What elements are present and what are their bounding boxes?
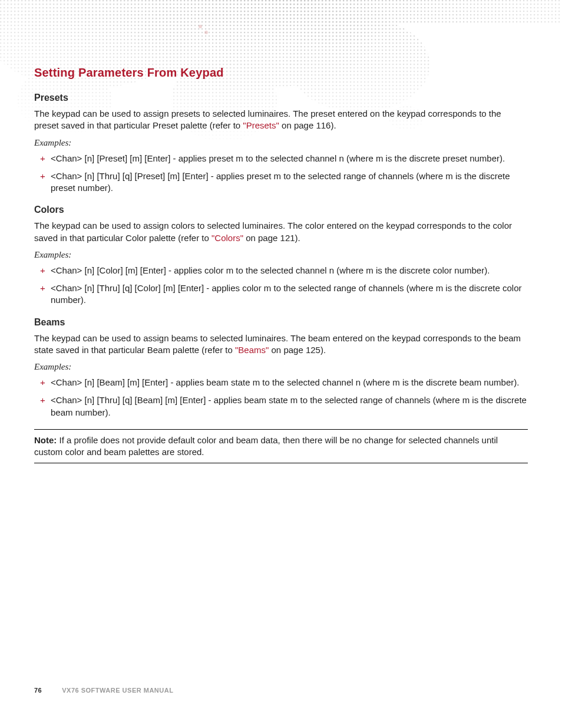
- section-intro: The keypad can be used to assign presets…: [34, 108, 528, 132]
- page-content: Setting Parameters From Keypad Presets T…: [34, 0, 528, 463]
- list-item: <Chan> [n] [Preset] [m] [Enter] - applie…: [51, 153, 528, 164]
- example-list: <Chan> [n] [Color] [m] [Enter] - applies…: [34, 265, 528, 307]
- section-intro: The keypad can be used to assign colors …: [34, 220, 528, 244]
- note-box: Note: If a profile does not provide defa…: [34, 429, 528, 464]
- cross-reference-link[interactable]: "Beams": [235, 345, 269, 355]
- section-intro: The keypad can be used to assign beams t…: [34, 332, 528, 357]
- cross-reference-link[interactable]: "Presets": [243, 120, 279, 130]
- cross-reference-link[interactable]: "Colors": [211, 233, 243, 243]
- section-title: Beams: [34, 317, 528, 328]
- list-item: <Chan> [n] [Thru] [q] [Beam] [m] [Enter]…: [51, 394, 528, 419]
- example-list: <Chan> [n] [Beam] [m] [Enter] - applies …: [34, 377, 528, 419]
- examples-label: Examples:: [34, 362, 528, 372]
- examples-label: Examples:: [34, 250, 528, 260]
- section-title: Colors: [34, 205, 528, 215]
- section-presets: Presets The keypad can be used to assign…: [34, 93, 528, 194]
- intro-post: on page 125).: [269, 345, 326, 355]
- section-beams: Beams The keypad can be used to assign b…: [34, 317, 528, 419]
- list-item: <Chan> [n] [Color] [m] [Enter] - applies…: [51, 265, 528, 276]
- example-list: <Chan> [n] [Preset] [m] [Enter] - applie…: [34, 153, 528, 195]
- manual-title: VX76 SOFTWARE USER MANUAL: [62, 687, 173, 694]
- list-item: <Chan> [n] [Beam] [m] [Enter] - applies …: [51, 377, 528, 388]
- note-text: If a profile does not provide default co…: [34, 435, 498, 457]
- document-page: Setting Parameters From Keypad Presets T…: [0, 0, 562, 728]
- examples-label: Examples:: [34, 138, 528, 148]
- note-label: Note:: [34, 435, 57, 445]
- main-heading: Setting Parameters From Keypad: [34, 66, 528, 80]
- intro-post: on page 121).: [243, 233, 300, 243]
- list-item: <Chan> [n] [Thru] [q] [Color] [m] [Enter…: [51, 282, 528, 307]
- section-title: Presets: [34, 93, 528, 103]
- intro-post: on page 116).: [279, 120, 336, 130]
- list-item: <Chan> [n] [Thru] [q] [Preset] [m] [Ente…: [51, 170, 528, 195]
- page-footer: 76VX76 SOFTWARE USER MANUAL: [34, 687, 173, 694]
- page-number: 76: [34, 687, 42, 694]
- section-colors: Colors The keypad can be used to assign …: [34, 205, 528, 306]
